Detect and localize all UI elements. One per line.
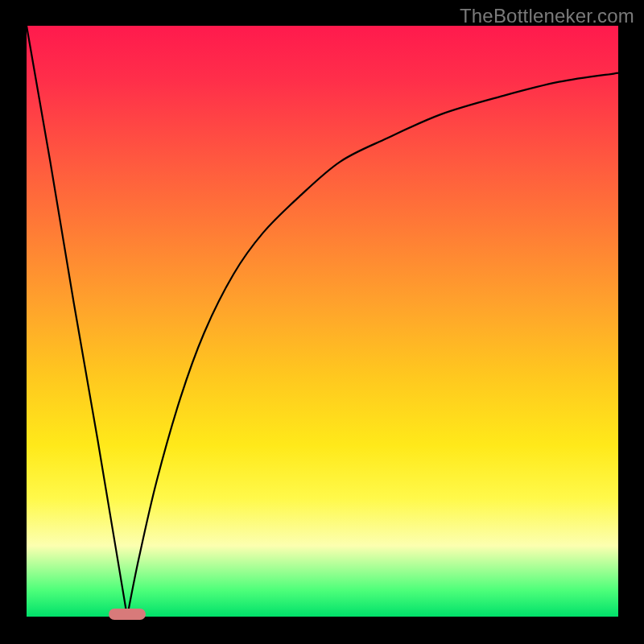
- vertex-marker: [109, 609, 146, 620]
- bottleneck-curve: [27, 26, 618, 617]
- curve-right-branch: [127, 73, 618, 617]
- chart-frame: TheBottleneker.com: [0, 0, 644, 644]
- curve-left-branch: [27, 26, 127, 617]
- watermark-text: TheBottleneker.com: [460, 5, 634, 27]
- plot-area: [27, 26, 618, 617]
